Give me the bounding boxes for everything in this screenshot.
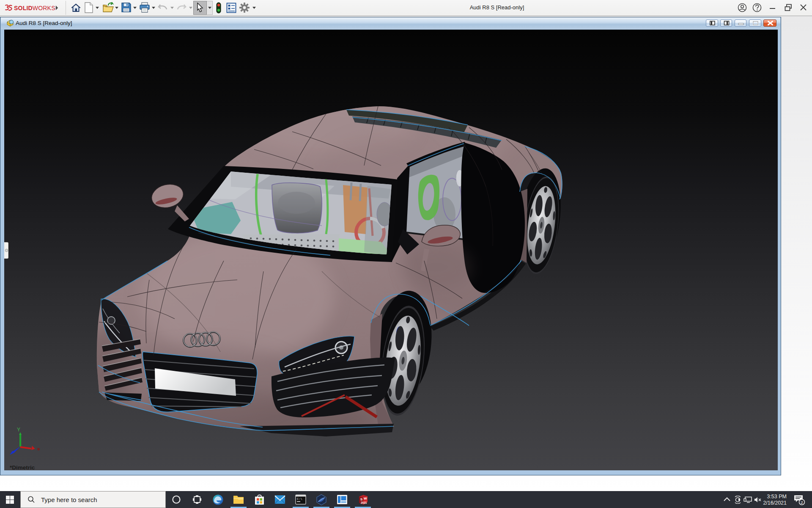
svg-text:2021: 2021 — [361, 501, 367, 504]
svg-text:W: W — [364, 497, 367, 500]
svg-text:Y: Y — [17, 427, 20, 433]
svg-text:2: 2 — [801, 500, 803, 505]
svg-text:C:\: C:\ — [297, 497, 302, 501]
svg-text:S: S — [360, 497, 363, 501]
